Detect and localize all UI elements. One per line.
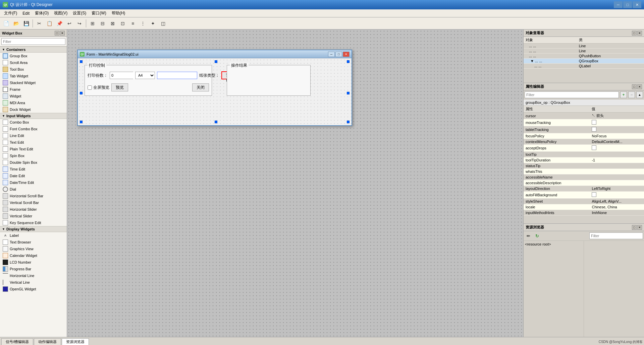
form-minimize[interactable]: ─ (328, 52, 335, 57)
prop-value-1[interactable] (590, 119, 644, 126)
widget-item-tool-box[interactable]: Tool Box (0, 66, 67, 73)
prop-checkbox-13[interactable] (592, 192, 596, 197)
resource-browser-close[interactable]: ✕ (637, 225, 642, 230)
print-count-spinbox[interactable]: ▲ ▼ (110, 72, 133, 79)
widget-item-line-edit[interactable]: Line Edit (0, 132, 67, 139)
widget-box-float[interactable]: □ (55, 31, 59, 36)
obj-inspector-float[interactable]: □ (632, 31, 637, 36)
prop-value-13[interactable] (590, 192, 644, 199)
table-row[interactable]: accessibleName (524, 175, 644, 180)
widget-item-widget[interactable]: Widget (0, 93, 67, 99)
widget-item-h-slider[interactable]: Horizontal Slider (0, 206, 67, 213)
widget-item-lcd-number[interactable]: LCD Number (0, 259, 67, 266)
resource-browser-float[interactable]: □ (632, 225, 637, 230)
menu-help[interactable]: 帮助(H) (109, 10, 128, 17)
widget-item-text-edit[interactable]: Text Edit (0, 139, 67, 146)
prop-checkbox-2[interactable] (592, 127, 596, 132)
category-display-widgets[interactable]: ▼ Display Widgets (0, 226, 67, 232)
paste-button[interactable]: 📌 (55, 19, 64, 28)
copy-button[interactable]: 📋 (45, 19, 54, 28)
table-row[interactable]: cursor↖ 箭头 (524, 113, 644, 119)
close-button[interactable]: ✕ (633, 1, 641, 8)
tab-resource-browser[interactable]: 资源浏览器 (62, 338, 89, 345)
menu-file[interactable]: 文件(F) (1, 10, 20, 17)
close-form-button[interactable]: 关闭 (192, 83, 209, 91)
layout-grid-button[interactable]: ⊠ (108, 19, 117, 28)
widget-box-close[interactable]: ✕ (60, 31, 65, 36)
widget-item-double-spin-box[interactable]: Double Spin Box (0, 159, 67, 166)
undo-button[interactable]: ↩ (65, 19, 74, 28)
widget-item-tab-widget[interactable]: Tab Widget (0, 73, 67, 79)
prop-up-button[interactable]: ▲ (636, 91, 643, 98)
widget-item-frame[interactable]: Frame (0, 86, 67, 93)
obj-inspector-close[interactable]: ✕ (637, 31, 642, 36)
tab-signal-slot[interactable]: 信号/槽编辑器 (1, 338, 33, 345)
redo-button[interactable]: ↪ (75, 19, 84, 28)
menu-settings[interactable]: 设置(S) (70, 10, 89, 17)
widget-box-search[interactable] (1, 38, 65, 45)
widget-item-graphics-view[interactable]: Graphics View (0, 246, 67, 252)
table-row[interactable]: acceptDrops (524, 145, 644, 152)
prop-checkbox-1[interactable] (592, 120, 596, 125)
open-button[interactable]: 📂 (11, 19, 21, 28)
save-button[interactable]: 💾 (21, 19, 31, 28)
adjust-size-button[interactable]: ◫ (158, 19, 168, 28)
layout-v-button[interactable]: ⊟ (98, 19, 107, 28)
widget-item-mdi-area[interactable]: MDI Area (0, 99, 67, 106)
widget-item-v-slider[interactable]: Vertical Slider (0, 213, 67, 219)
form-close[interactable]: ✕ (343, 52, 350, 57)
resource-filter-input[interactable] (589, 232, 643, 239)
table-row[interactable]: inputMethodHintsImhNone (524, 210, 644, 216)
table-row[interactable]: focusPolicyNoFocus (524, 133, 644, 139)
widget-item-date-edit[interactable]: Date Edit (0, 172, 67, 179)
resource-root-item[interactable]: <resource root> (525, 242, 582, 246)
menu-window[interactable]: 窗口(W) (89, 10, 109, 17)
table-row[interactable]: ... ... QPushButton (524, 54, 644, 59)
table-row[interactable]: contextMenuPolicyDefaultContextM... (524, 139, 644, 145)
prop-editor-float[interactable]: □ (632, 84, 637, 89)
table-row[interactable]: toolTip (524, 152, 644, 157)
layout-h-button[interactable]: ⊞ (88, 19, 97, 28)
layout-h2-button[interactable]: ≡ (128, 19, 138, 28)
table-row[interactable]: layoutDirectionLeftToRight (524, 186, 644, 192)
widget-item-time-edit[interactable]: Time Edit (0, 166, 67, 172)
widget-item-h-scroll-bar[interactable]: Horizontal Scroll Bar (0, 193, 67, 199)
paper-size-select[interactable]: A4 A3 Letter (135, 72, 155, 79)
fullscreen-checkbox[interactable] (88, 85, 92, 90)
resource-refresh-button[interactable]: ↻ (533, 232, 541, 239)
prop-filter-input[interactable] (525, 91, 619, 98)
paper-text-input[interactable] (157, 72, 197, 79)
widget-item-vertical-line[interactable]: Vertical Line (0, 279, 67, 286)
widget-item-horizontal-line[interactable]: Horizontal Line (0, 272, 67, 279)
restore-button[interactable]: □ (623, 1, 632, 8)
widget-item-plain-text-edit[interactable]: Plain Text Edit (0, 146, 67, 152)
minimize-button[interactable]: ─ (614, 1, 623, 8)
widget-item-key-sequence-edit[interactable]: Key Sequence Edit (0, 219, 67, 226)
prop-value-2[interactable] (590, 126, 644, 133)
widget-item-dock-widget[interactable]: Dock Widget (0, 106, 67, 113)
prop-editor-close[interactable]: ✕ (637, 84, 642, 89)
table-row[interactable]: ... ... Line (524, 49, 644, 54)
prop-add-button[interactable]: + (620, 91, 627, 98)
new-button[interactable]: 📄 (1, 19, 11, 28)
widget-item-opengl-widget[interactable]: OpenGL Widget (0, 286, 67, 292)
preview-button[interactable]: 预览 (111, 83, 128, 91)
prop-checkbox-5[interactable] (592, 145, 596, 150)
widget-item-group-box[interactable]: Group Box (0, 53, 67, 59)
widget-item-scroll-area[interactable]: Scroll Area (0, 59, 67, 66)
form-restore[interactable]: □ (335, 52, 342, 57)
table-row[interactable]: statusTip (524, 163, 644, 169)
canvas-area[interactable]: Qt Form - MainWinSignalSlog02.ui ─ □ ✕ (67, 29, 523, 337)
resource-edit-button[interactable]: ✏ (525, 232, 532, 239)
menu-edit[interactable]: Edit (20, 10, 32, 16)
widget-item-dial[interactable]: Dial (0, 186, 67, 193)
widget-item-label[interactable]: A Label (0, 232, 67, 239)
widget-item-progress-bar[interactable]: Progress Bar (0, 266, 67, 272)
widget-item-calendar-widget[interactable]: Calendar Widget (0, 252, 67, 259)
table-row[interactable]: toolTipDuration-1 (524, 157, 644, 163)
widget-item-combo-box[interactable]: Combo Box (0, 119, 67, 126)
table-row[interactable]: whatsThis (524, 169, 644, 175)
widget-item-datetime-edit[interactable]: Date/Time Edit (0, 179, 67, 186)
table-row[interactable]: ... ... Line (524, 44, 644, 49)
widget-item-text-browser[interactable]: Text Browser (0, 239, 67, 246)
